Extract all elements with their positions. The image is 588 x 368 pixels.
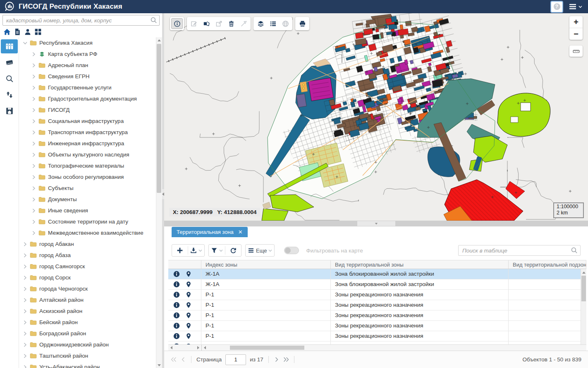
tree-scrollbar[interactable] (156, 37, 162, 368)
measure-ruler-button[interactable] (569, 46, 583, 57)
collapse-panel-icon[interactable] (357, 221, 395, 226)
grid-icon[interactable] (34, 28, 42, 36)
tree-item[interactable]: ГИСОГД (19, 104, 156, 115)
tree-item[interactable]: Инженерная инфраструктура (19, 138, 156, 149)
info-icon[interactable] (173, 271, 180, 277)
pin-icon[interactable] (185, 312, 192, 319)
table-row[interactable]: Р-1Зоны рекреационного назначения (168, 321, 586, 331)
scroll-thumb[interactable] (157, 44, 161, 193)
chevron-right-icon[interactable] (23, 253, 27, 258)
tree-item[interactable]: Состояние территории на дату (19, 216, 156, 227)
chevron-right-icon[interactable] (23, 354, 27, 358)
page-number-input[interactable] (225, 354, 246, 365)
table-row[interactable]: Р-1Зоны рекреационного назначения (168, 310, 586, 321)
chevron-right-icon[interactable] (23, 331, 27, 336)
layers-button[interactable] (255, 18, 266, 29)
main-menu-button[interactable] (569, 4, 584, 10)
scroll-thumb[interactable] (230, 346, 304, 350)
column-header[interactable]: Индекс зоны (201, 260, 331, 269)
tree-item[interactable]: Транспортная инфраструктура (19, 127, 156, 138)
tree-item[interactable]: Градостроительная документация (19, 93, 156, 104)
chevron-right-icon[interactable] (23, 320, 27, 325)
table-row[interactable]: Р-1Зоны рекреационного назначения (168, 331, 586, 342)
table-hscrollbar[interactable] (168, 344, 586, 351)
tab-territorial-zone[interactable]: Территориальная зона ✕ (172, 227, 248, 237)
person-icon[interactable] (24, 28, 31, 36)
chevron-right-icon[interactable] (31, 52, 36, 57)
column-header[interactable]: Вид территориальной подзон (509, 260, 586, 269)
pin-icon[interactable] (185, 281, 192, 288)
zoom-in-button[interactable]: + (569, 16, 583, 28)
tree-item[interactable]: Сведения ЕГРН (19, 71, 156, 82)
tree-item[interactable]: Орджоникидзевский район (19, 339, 156, 350)
rail-item-search[interactable] (1, 72, 18, 86)
scroll-thumb[interactable] (581, 276, 586, 301)
tree-item[interactable]: Карта субъекта РФ (19, 48, 156, 60)
scroll-down-icon[interactable] (156, 362, 162, 368)
table-row[interactable]: Р-1Зоны рекреационного назначения (168, 342, 586, 344)
rail-item-catalog[interactable] (1, 39, 18, 53)
tree-item[interactable]: Адресный план (19, 60, 156, 71)
tree-item[interactable]: Таштыпский район (19, 350, 156, 361)
chevron-right-icon[interactable] (23, 275, 27, 280)
delete-button[interactable] (225, 18, 237, 29)
info-icon[interactable] (173, 291, 180, 298)
info-icon[interactable] (173, 333, 180, 339)
tab-close-icon[interactable]: ✕ (238, 229, 243, 235)
chevron-right-icon[interactable] (31, 63, 36, 68)
chevron-down-icon[interactable] (23, 41, 27, 46)
chevron-right-icon[interactable] (31, 197, 36, 202)
info-icon[interactable] (173, 312, 180, 319)
chevron-right-icon[interactable] (23, 298, 27, 303)
select-area-button[interactable] (201, 18, 212, 29)
table-row[interactable]: Р-1Зоны рекреационного назначения (168, 300, 586, 310)
zoom-out-button[interactable]: − (569, 28, 583, 40)
chevron-right-icon[interactable] (31, 164, 36, 168)
tree-item[interactable]: Объекты культурного наследия (19, 149, 156, 160)
chevron-right-icon[interactable] (31, 231, 36, 236)
tree-item[interactable]: город Саяногорск (19, 261, 156, 272)
rail-item-save-territory[interactable] (1, 104, 18, 118)
attributes-list-button[interactable] (267, 18, 279, 29)
pagination-prev-button[interactable] (180, 357, 186, 362)
column-header[interactable]: Вид территориальной зоны (331, 260, 509, 269)
chevron-right-icon[interactable] (31, 186, 36, 191)
chevron-right-icon[interactable] (31, 130, 36, 135)
chevron-right-icon[interactable] (31, 175, 36, 180)
map-canvas[interactable] (164, 13, 588, 221)
table-search-input[interactable] (458, 245, 581, 256)
export-button[interactable] (189, 245, 203, 256)
chevron-right-icon[interactable] (23, 342, 27, 347)
pagination-last-button[interactable] (283, 357, 289, 362)
pagination-first-button[interactable] (171, 357, 177, 362)
pagination-next-button[interactable] (274, 357, 280, 362)
chevron-right-icon[interactable] (23, 309, 27, 314)
tree-item[interactable]: Алтайский район (19, 294, 156, 305)
tree-item[interactable]: Субъекты (19, 183, 156, 194)
pin-icon[interactable] (185, 333, 192, 339)
pin-icon[interactable] (185, 322, 192, 329)
pin-icon[interactable] (185, 302, 192, 308)
info-icon[interactable] (173, 281, 180, 288)
tree-item[interactable]: Социальная инфраструктура (19, 115, 156, 127)
tree-item[interactable]: Усть-Абаканский район (19, 361, 156, 368)
tree-item[interactable]: город Абакан (19, 238, 156, 250)
chevron-right-icon[interactable] (31, 119, 36, 124)
tree-item[interactable]: Республика Хакасия (19, 37, 156, 48)
chevron-right-icon[interactable] (31, 208, 36, 213)
filter-button[interactable] (210, 245, 224, 256)
refresh-button[interactable] (226, 245, 240, 256)
chevron-right-icon[interactable] (31, 152, 36, 157)
rail-item-layers-book[interactable] (1, 55, 18, 70)
help-button[interactable]: ? (550, 1, 563, 13)
chevron-right-icon[interactable] (23, 365, 27, 368)
pin-icon[interactable] (185, 291, 192, 298)
tree-item[interactable]: города Черногорск (19, 283, 156, 294)
address-search-input[interactable] (2, 15, 160, 26)
info-button[interactable] (171, 18, 183, 29)
tree-item[interactable]: Бейский район (19, 317, 156, 328)
add-record-button[interactable] (173, 245, 187, 256)
document-icon[interactable] (14, 28, 21, 36)
tree-item[interactable]: Аскизский район (19, 305, 156, 317)
tree-item[interactable]: Государственные услуги (19, 82, 156, 93)
